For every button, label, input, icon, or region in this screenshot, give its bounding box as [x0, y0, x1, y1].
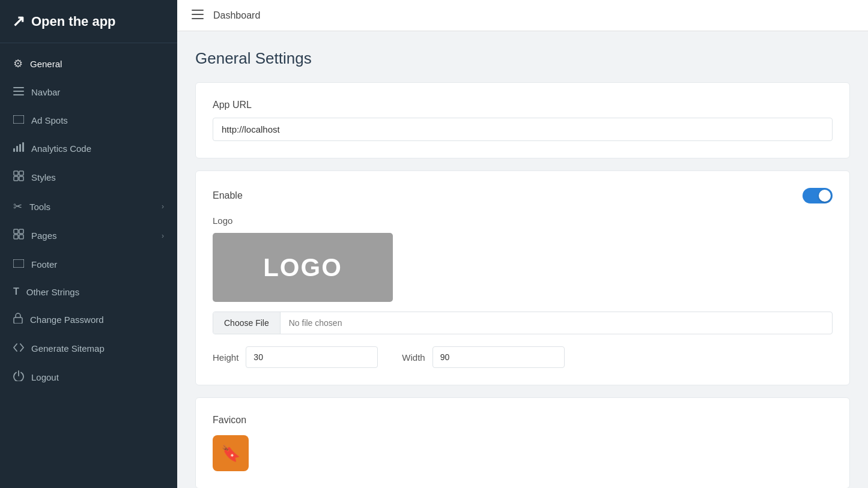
chevron-right-icon: › — [162, 232, 164, 240]
navbar-icon — [13, 86, 24, 98]
topbar-title: Dashboard — [213, 10, 260, 21]
svg-rect-12 — [14, 229, 18, 233]
enable-logo-card: Enable Logo LOGO Choose File No file cho… — [195, 170, 850, 385]
ad-spots-icon — [13, 114, 24, 127]
tools-icon: ✂ — [13, 200, 22, 213]
sidebar-item-label: Other Strings — [26, 287, 79, 297]
app-url-label: App URL — [213, 100, 833, 110]
width-group: Width — [402, 346, 564, 368]
favicon-label: Favicon — [213, 415, 833, 426]
sidebar-item-label: Navbar — [31, 87, 60, 97]
sidebar-item-label: Analytics Code — [31, 143, 91, 154]
svg-rect-10 — [14, 176, 18, 181]
favicon-icon: 🔖 — [221, 444, 240, 463]
width-label: Width — [402, 352, 425, 363]
svg-rect-4 — [13, 148, 15, 152]
external-link-icon: ↗ — [12, 12, 25, 31]
favicon-image-placeholder: 🔖 — [213, 435, 249, 471]
sidebar: ↗ Open the app ⚙ General Navbar — [0, 0, 177, 488]
height-group: Height — [213, 346, 378, 368]
sidebar-item-label: General — [30, 59, 62, 69]
styles-icon — [13, 170, 24, 184]
code-icon — [13, 342, 24, 355]
open-app-label: Open the app — [31, 14, 116, 29]
footer-icon — [13, 258, 24, 271]
content-area: General Settings App URL Enable Logo LOG… — [177, 31, 868, 488]
svg-rect-8 — [14, 171, 18, 175]
logo-label: Logo — [213, 215, 833, 226]
sidebar-item-styles[interactable]: Styles — [0, 163, 177, 192]
gear-icon: ⚙ — [13, 57, 23, 70]
analytics-icon — [13, 142, 24, 155]
chevron-right-icon: › — [162, 202, 164, 211]
height-input[interactable] — [246, 346, 378, 368]
sidebar-item-label: Change Password — [30, 315, 104, 325]
file-name-label: No file chosen — [281, 312, 832, 334]
svg-rect-0 — [13, 87, 24, 88]
svg-rect-16 — [13, 259, 24, 268]
svg-rect-14 — [14, 235, 18, 239]
sidebar-item-label: Pages — [31, 230, 57, 241]
sidebar-item-label: Generate Sitemap — [31, 343, 105, 354]
choose-file-button[interactable]: Choose File — [213, 312, 281, 334]
sidebar-item-change-password[interactable]: Change Password — [0, 305, 177, 334]
sidebar-item-navbar[interactable]: Navbar — [0, 78, 177, 106]
sidebar-item-other-strings[interactable]: T Other Strings — [0, 279, 177, 305]
logo-section: Logo LOGO Choose File No file chosen Hei… — [213, 215, 833, 368]
enable-toggle[interactable] — [803, 188, 833, 203]
svg-rect-5 — [16, 146, 18, 152]
sidebar-item-footer[interactable]: Footer — [0, 250, 177, 279]
favicon-card: Favicon 🔖 — [195, 397, 850, 488]
width-input[interactable] — [432, 346, 565, 368]
sidebar-item-label: Logout — [31, 372, 59, 382]
text-icon: T — [13, 286, 19, 297]
sidebar-item-label: Styles — [31, 172, 56, 182]
sidebar-item-analytics-code[interactable]: Analytics Code — [0, 134, 177, 163]
enable-label: Enable — [213, 190, 243, 201]
svg-rect-19 — [192, 14, 204, 15]
svg-rect-6 — [19, 144, 21, 152]
app-url-card: App URL — [195, 82, 850, 158]
svg-rect-3 — [13, 115, 24, 124]
svg-rect-7 — [22, 142, 24, 152]
sidebar-item-logout[interactable]: Logout — [0, 363, 177, 392]
sidebar-nav: ⚙ General Navbar Ad Spots — [0, 43, 177, 488]
lock-icon — [13, 313, 23, 327]
svg-rect-18 — [192, 10, 204, 11]
power-icon — [13, 370, 24, 384]
app-url-input[interactable] — [213, 118, 833, 141]
svg-rect-1 — [13, 91, 24, 92]
height-label: Height — [213, 352, 238, 363]
sidebar-item-label: Ad Spots — [31, 115, 68, 125]
pages-icon — [13, 229, 24, 242]
svg-rect-17 — [14, 318, 22, 324]
logo-placeholder-text: LOGO — [263, 253, 342, 282]
file-input-row: Choose File No file chosen — [213, 312, 833, 334]
svg-rect-15 — [19, 235, 23, 239]
page-title: General Settings — [195, 49, 850, 68]
svg-rect-20 — [192, 18, 204, 19]
dimensions-row: Height Width — [213, 346, 833, 368]
svg-rect-13 — [19, 229, 23, 233]
svg-rect-9 — [19, 171, 23, 175]
main-area: Dashboard General Settings App URL Enabl… — [177, 0, 868, 488]
topbar: Dashboard — [177, 0, 868, 31]
sidebar-item-generate-sitemap[interactable]: Generate Sitemap — [0, 334, 177, 363]
svg-rect-11 — [19, 176, 23, 181]
sidebar-item-general[interactable]: ⚙ General — [0, 49, 177, 78]
sidebar-item-label: Footer — [31, 259, 57, 270]
svg-rect-2 — [13, 94, 24, 95]
sidebar-item-label: Tools — [29, 202, 50, 212]
menu-icon[interactable] — [192, 8, 204, 22]
logo-image-placeholder: LOGO — [213, 233, 393, 302]
enable-row: Enable — [213, 188, 833, 203]
sidebar-item-ad-spots[interactable]: Ad Spots — [0, 106, 177, 134]
sidebar-item-tools[interactable]: ✂ Tools › — [0, 192, 177, 221]
sidebar-item-pages[interactable]: Pages › — [0, 221, 177, 250]
open-app-link[interactable]: ↗ Open the app — [0, 0, 177, 43]
